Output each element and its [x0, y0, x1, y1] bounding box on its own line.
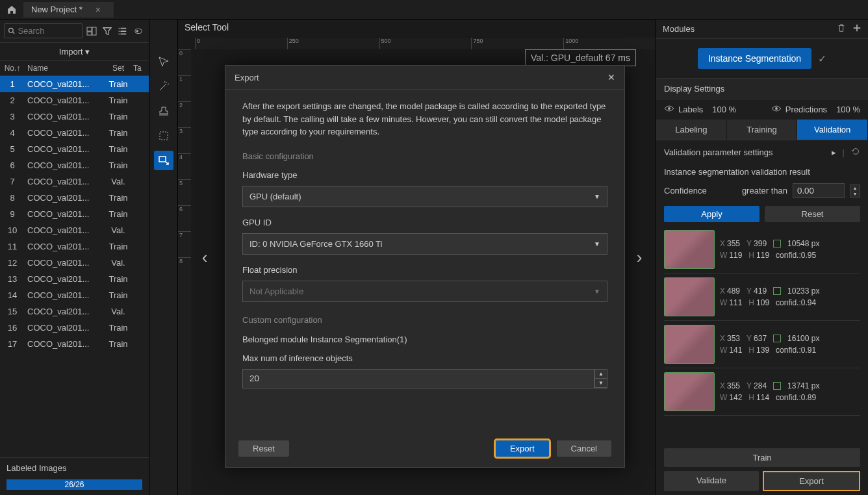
toggle-icon[interactable] [132, 25, 145, 38]
table-row[interactable]: 12COCO_val201...Val. [0, 255, 149, 271]
gpu-id-select[interactable]: ID: 0 NVIDIA GeForce GTX 1660 Ti▼ [242, 233, 607, 255]
table-row[interactable]: 2COCO_val201...Train [0, 92, 149, 108]
svg-point-0 [9, 28, 13, 32]
labeled-images-title: Labeled Images [6, 463, 142, 473]
table-row[interactable]: 3COCO_val201...Train [0, 108, 149, 125]
import-dropdown[interactable]: Import ▾ [0, 43, 149, 61]
reset-button-right[interactable]: Reset [765, 206, 860, 222]
history-icon[interactable] [851, 147, 860, 158]
wand-tool-icon[interactable] [154, 77, 173, 96]
search-input[interactable] [18, 26, 78, 36]
result-row[interactable]: X 355Y 39910548 pxW 119H 119confid.:0.95 [664, 226, 860, 273]
svg-point-12 [775, 107, 778, 110]
thumbnail [664, 277, 715, 316]
home-icon[interactable] [5, 3, 18, 16]
export-button-highlighted[interactable]: Export [763, 471, 860, 491]
view-mode-icon[interactable] [85, 25, 98, 38]
eye-icon[interactable] [664, 105, 674, 114]
search-input-wrap[interactable] [4, 23, 83, 38]
max-num-label: Max num of inference objects [242, 352, 607, 365]
modal-close-icon[interactable]: ✕ [607, 72, 615, 82]
tab-validation[interactable]: Validation [797, 120, 868, 140]
hardware-type-select[interactable]: GPU (default)▼ [242, 186, 607, 208]
modal-cancel-button[interactable]: Cancel [557, 440, 611, 457]
th-set[interactable]: Set [103, 64, 133, 73]
svg-rect-1 [87, 27, 92, 31]
th-ta[interactable]: Ta [133, 64, 149, 73]
expand-icon[interactable]: ▸ [832, 147, 836, 157]
chevron-down-icon: ▼ [594, 239, 600, 249]
result-row[interactable]: X 489Y 41910233 pxW 111H 109confid.:0.94 [664, 273, 860, 321]
checkbox[interactable] [773, 287, 781, 295]
table-row[interactable]: 17COCO_val201...Train [0, 336, 149, 352]
greater-than-label: greater than [742, 186, 787, 196]
table-row[interactable]: 8COCO_val201...Train [0, 190, 149, 206]
modal-export-button[interactable]: Export [496, 440, 549, 457]
list-icon[interactable] [116, 25, 129, 38]
filter-icon[interactable] [101, 25, 114, 38]
result-row[interactable]: X 355Y 28413741 pxW 142H 114confid.:0.89 [664, 368, 860, 416]
spin-down-icon[interactable]: ▼ [850, 191, 860, 197]
gpu-id-label: GPU ID [242, 216, 607, 229]
checkbox[interactable] [773, 335, 781, 342]
close-icon[interactable]: × [96, 5, 101, 15]
result-row[interactable]: X 353Y 63716100 pxW 141H 139confid.:0.91 [664, 321, 860, 368]
custom-config-header: Custom configuration [242, 314, 607, 327]
rect-tool-icon[interactable] [154, 151, 173, 170]
module-pill[interactable]: Instance Segmentation [698, 48, 811, 69]
table-row[interactable]: 16COCO_val201...Train [0, 320, 149, 336]
hardware-type-label: Hardware type [242, 169, 607, 182]
spin-up-icon[interactable]: ▲ [850, 185, 860, 191]
ruler-horizontal: 02505007501000 [195, 38, 656, 49]
spin-up-icon[interactable]: ▲ [595, 370, 607, 379]
next-image-icon[interactable]: › [630, 238, 649, 277]
table-row[interactable]: 1COCO_val201...Train [0, 76, 149, 92]
confidence-input[interactable] [793, 183, 845, 198]
validation-param-label: Validation parameter settings [664, 147, 772, 157]
project-tab[interactable]: New Project * × [23, 2, 114, 18]
table-row[interactable]: 14COCO_val201...Train [0, 287, 149, 303]
th-no[interactable]: No.↑ [0, 64, 25, 73]
tab-training[interactable]: Training [727, 120, 798, 140]
marquee-tool-icon[interactable] [154, 126, 173, 146]
table-row[interactable]: 10COCO_val201...Val. [0, 222, 149, 238]
validate-button[interactable]: Validate [664, 471, 759, 491]
table-row[interactable]: 6COCO_val201...Train [0, 157, 149, 173]
table-row[interactable]: 4COCO_val201...Train [0, 125, 149, 141]
checkbox[interactable] [773, 240, 781, 247]
modules-panel: Modules Instance Segmentation ✓ Display … [656, 19, 868, 495]
table-row[interactable]: 13COCO_val201...Train [0, 271, 149, 287]
thumbnail [664, 325, 715, 364]
thumbnail [664, 372, 715, 411]
svg-point-6 [118, 33, 120, 34]
delete-icon[interactable] [837, 23, 846, 34]
modal-reset-button[interactable]: Reset [238, 440, 289, 457]
eye-icon[interactable] [771, 105, 782, 114]
modules-title: Modules [663, 24, 695, 34]
image-list-panel: Import ▾ No.↑ Name Set Ta 1COCO_val201..… [0, 19, 149, 495]
chevron-down-icon: ▼ [594, 286, 600, 296]
th-name[interactable]: Name [25, 64, 103, 73]
table-row[interactable]: 5COCO_val201...Train [0, 141, 149, 157]
select-tool-icon[interactable] [154, 52, 173, 71]
svg-point-11 [668, 107, 670, 110]
table-row[interactable]: 9COCO_val201...Train [0, 206, 149, 222]
add-icon[interactable] [852, 23, 862, 34]
svg-rect-9 [160, 132, 168, 140]
tab-labeling[interactable]: Labeling [656, 120, 727, 140]
thumbnail [664, 230, 715, 269]
table-row[interactable]: 11COCO_val201...Train [0, 238, 149, 255]
stamp-tool-icon[interactable] [154, 101, 173, 121]
checkbox[interactable] [773, 382, 781, 390]
table-row[interactable]: 7COCO_val201...Val. [0, 173, 149, 190]
float-precision-label: Float precision [242, 264, 607, 277]
predictions-percent: 100 % [836, 105, 860, 114]
train-button[interactable]: Train [664, 448, 860, 467]
spin-down-icon[interactable]: ▼ [595, 379, 607, 388]
prev-image-icon[interactable]: ‹ [195, 238, 214, 277]
svg-rect-10 [159, 157, 166, 162]
apply-button[interactable]: Apply [664, 206, 760, 222]
export-modal: Export ✕ After the export settings are c… [225, 65, 625, 468]
max-num-input[interactable] [242, 369, 594, 388]
table-row[interactable]: 15COCO_val201...Val. [0, 303, 149, 320]
